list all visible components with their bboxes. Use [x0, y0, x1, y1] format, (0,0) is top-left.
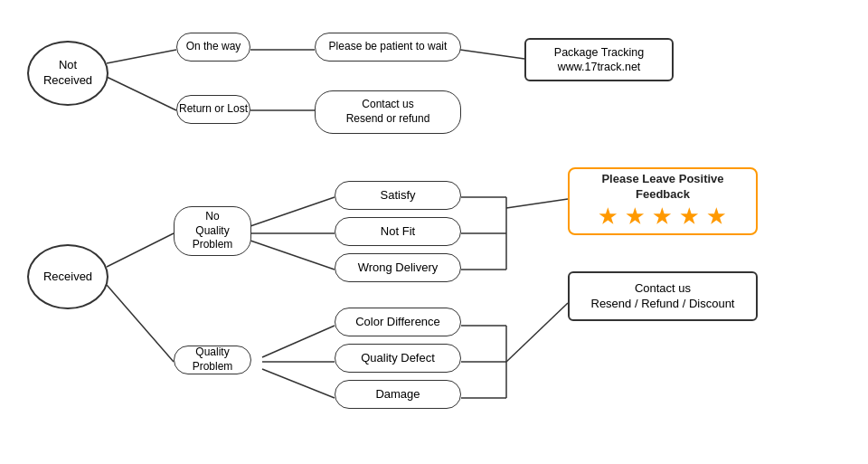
- quality-defect-node: Quality Defect: [335, 344, 461, 373]
- wrong-delivery-node: Wrong Delivery: [335, 253, 461, 282]
- quality-problem-node: Quality Problem: [174, 346, 251, 374]
- feedback-node: Please Leave Positive Feedback ★ ★ ★ ★ ★: [568, 167, 758, 235]
- svg-line-10: [262, 326, 335, 357]
- svg-line-5: [107, 233, 174, 267]
- contact-resend-node: Contact us Resend or refund: [315, 90, 461, 134]
- color-diff-node: Color Difference: [335, 308, 461, 336]
- svg-line-1: [107, 77, 176, 110]
- svg-line-9: [250, 241, 335, 270]
- diagram: Not Received On the way Please be patien…: [0, 0, 868, 464]
- patient-node: Please be patient to wait: [315, 33, 461, 62]
- svg-line-3: [460, 50, 524, 59]
- not-received-node: Not Received: [27, 41, 108, 106]
- svg-line-22: [506, 303, 568, 362]
- tracking-node: Package Tracking www.17track.net: [524, 38, 674, 81]
- svg-line-6: [107, 285, 174, 362]
- satisfy-node: Satisfy: [335, 181, 461, 210]
- svg-line-12: [262, 369, 335, 398]
- return-lost-node: Return or Lost: [176, 95, 250, 124]
- damage-node: Damage: [335, 380, 461, 409]
- no-quality-node: No Quality Problem: [174, 206, 251, 256]
- svg-line-0: [107, 50, 176, 63]
- contact-refund-node: Contact us Resend / Refund / Discount: [568, 271, 758, 321]
- received-node: Received: [27, 244, 108, 309]
- not-fit-node: Not Fit: [335, 217, 461, 246]
- svg-line-7: [250, 197, 335, 226]
- on-the-way-node: On the way: [176, 33, 250, 62]
- svg-line-17: [506, 199, 568, 208]
- stars-display: ★ ★ ★ ★ ★: [599, 204, 727, 231]
